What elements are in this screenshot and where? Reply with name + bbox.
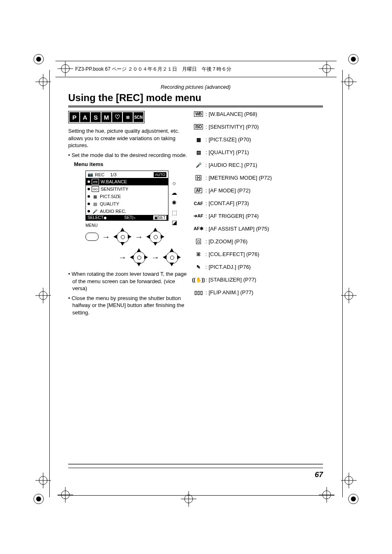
arrow-right-icon: → — [102, 232, 110, 242]
dpad-icon — [146, 228, 164, 246]
svg-point-3 — [351, 57, 356, 62]
menu-item-label: [AF TRIGGER] (P74) — [209, 213, 259, 219]
arrow-right-icon: → — [135, 232, 143, 242]
menu-item-row: (•):[METERING MODE] (P72) — [192, 175, 323, 181]
mode-scn-icon: SCN — [134, 112, 143, 122]
crosshair-icon — [341, 288, 357, 303]
svg-point-1 — [36, 57, 41, 62]
svg-point-5 — [36, 496, 41, 501]
registration-mark-icon — [348, 493, 359, 505]
mode-motion-icon: ⊞ — [123, 112, 133, 122]
menu-item-row: ▯▯▯:[FLIP ANIM.] (P77) — [192, 289, 323, 295]
menu-item-icon: ◘ — [192, 239, 205, 244]
menu-row: ISOSENSITIVITY — [86, 185, 168, 193]
menu-row: WBW.BALANCE — [86, 178, 168, 185]
dpad-icon — [163, 248, 181, 266]
menu-screen-illustration: 📷 REC 1/3 AUTO WBW.BALANCE ISOSENSITIVIT… — [85, 171, 168, 221]
bullet-text: • When rotating the zoom lever toward T,… — [68, 270, 187, 292]
menu-item-row: WB:[W.BALANCE] (P68) — [192, 111, 323, 117]
print-header: FZ3-PP.book 67 ページ ２００４年６月２１日 月曜日 午後７時６分 — [55, 61, 337, 77]
mode-m-icon: M — [101, 112, 111, 122]
menu-item-label: [CONT.AF] (P73) — [209, 200, 249, 206]
dpad-icon — [113, 228, 131, 246]
page-title: Using the [REC] mode menu — [68, 92, 201, 104]
crosshair-icon — [341, 473, 357, 488]
menu-page-indicator: 1/3 — [110, 172, 116, 177]
menu-item-label: [AF MODE] (P72) — [209, 187, 251, 194]
intro-text: Setting the hue, picture quality adjustm… — [68, 127, 187, 149]
menu-item-icon: ▯▯▯ — [192, 290, 205, 295]
menu-item-row: ▦:[PICT.SIZE] (P70) — [192, 136, 323, 143]
menu-item-icon: 🎤 — [192, 162, 205, 168]
menu-item-icon: AF✱ — [192, 226, 205, 231]
menu-item-row: ➔AF:[AF TRIGGER] (P74) — [192, 213, 323, 219]
sun-icon: ☼ — [171, 179, 178, 187]
menu-tab-label: AUTO — [154, 172, 166, 177]
menu-item-icon: WB — [192, 111, 205, 117]
menu-item-icon: CAF — [192, 201, 205, 206]
registration-mark-icon — [33, 53, 44, 65]
page-number: 67 — [315, 471, 323, 479]
menu-item-icon: ➔AF — [192, 213, 205, 219]
crop-line — [58, 495, 334, 496]
bulb-icon: ✺ — [171, 199, 178, 206]
rule — [68, 468, 323, 468]
menu-item-row: ✎:[PICT.ADJ.] (P76) — [192, 264, 323, 270]
menu-items-heading: Menu items — [74, 161, 187, 167]
menu-item-row: ISO:[SENSITIVITY] (P70) — [192, 124, 323, 130]
mode-dial-icons: P A S M ♡ ⊞ SCN — [68, 111, 145, 123]
menu-item-row: AF:[AF MODE] (P72) — [192, 187, 323, 194]
menu-item-row: ꕤ:[COL.EFFECT] (P76) — [192, 251, 323, 257]
bullet-text: • Set the mode dial to the desired recor… — [68, 152, 187, 159]
menu-item-icon: ISO — [192, 124, 205, 129]
menu-item-label: [AUDIO REC.] (P71) — [209, 162, 257, 168]
arrow-right-icon: → — [151, 253, 159, 262]
mode-a-icon: A — [80, 112, 90, 122]
menu-item-row: ((✋)):[STABILIZER] (P77) — [192, 277, 323, 283]
wb-set-icon: ⬚ — [171, 209, 178, 216]
wb-adjust-icon: ◪ — [171, 219, 178, 226]
menu-item-label: [D.ZOOM] (P76) — [209, 238, 248, 245]
menu-row: ▦PICT.SIZE — [86, 193, 168, 200]
crosshair-icon — [35, 288, 51, 303]
crosshair-icon — [181, 491, 196, 507]
menu-row: ▤QUALITY — [86, 200, 168, 208]
rule — [68, 106, 323, 108]
menu-item-label: [STABILIZER] (P77) — [209, 277, 256, 283]
registration-mark-icon — [348, 53, 359, 65]
menu-item-icon: ▦ — [192, 137, 205, 143]
menu-item-row: AF✱:[AF ASSIST LAMP] (P75) — [192, 226, 323, 232]
mode-p-icon: P — [69, 112, 79, 122]
menu-item-icon: AF — [192, 188, 205, 193]
menu-button-icon — [85, 233, 99, 241]
menu-item-label: [QUALITY] (P71) — [209, 149, 249, 155]
mode-macro-icon: ♡ — [112, 112, 122, 122]
left-column: P A S M ♡ ⊞ SCN Setting the hue, picture… — [68, 111, 187, 319]
menu-item-row: ▤:[QUALITY] (P71) — [192, 149, 323, 155]
menu-item-icon: ✎ — [192, 264, 205, 270]
crosshair-icon — [319, 487, 334, 503]
menu-item-label: [PICT.SIZE] (P70) — [209, 136, 251, 143]
menu-item-row: CAF:[CONT.AF] (P73) — [192, 200, 323, 206]
menu-item-label: [METERING MODE] (P72) — [209, 175, 272, 181]
menu-item-label: [PICT.ADJ.] (P76) — [209, 264, 251, 270]
menu-item-icon: ꕤ — [192, 252, 205, 257]
menu-item-label: [AF ASSIST LAMP] (P75) — [209, 226, 269, 232]
bullet-text: • Close the menu by pressing the shutter… — [68, 295, 187, 316]
menu-item-row: 🎤:[AUDIO REC.] (P71) — [192, 162, 323, 168]
section-label: Recording pictures (advanced) — [68, 84, 323, 90]
mode-s-icon: S — [91, 112, 101, 122]
menu-side-icons: ☼ ☁ ✺ ⬚ ◪ — [170, 179, 179, 226]
crop-line — [342, 70, 343, 497]
navigation-diagram: MENU → → → → — [85, 223, 187, 266]
menu-item-label: [SENSITIVITY] (P70) — [209, 124, 259, 130]
svg-point-7 — [351, 496, 356, 501]
registration-mark-icon — [33, 493, 44, 505]
menu-item-label: [FLIP ANIM.] (P77) — [209, 289, 254, 295]
menu-item-row: ◘:[D.ZOOM] (P76) — [192, 238, 323, 245]
menu-row: 🎤AUDIO REC. — [86, 208, 168, 215]
crosshair-icon — [35, 473, 51, 488]
menu-screen-title: REC — [95, 172, 104, 177]
crop-line — [49, 70, 50, 497]
rule — [68, 464, 323, 465]
